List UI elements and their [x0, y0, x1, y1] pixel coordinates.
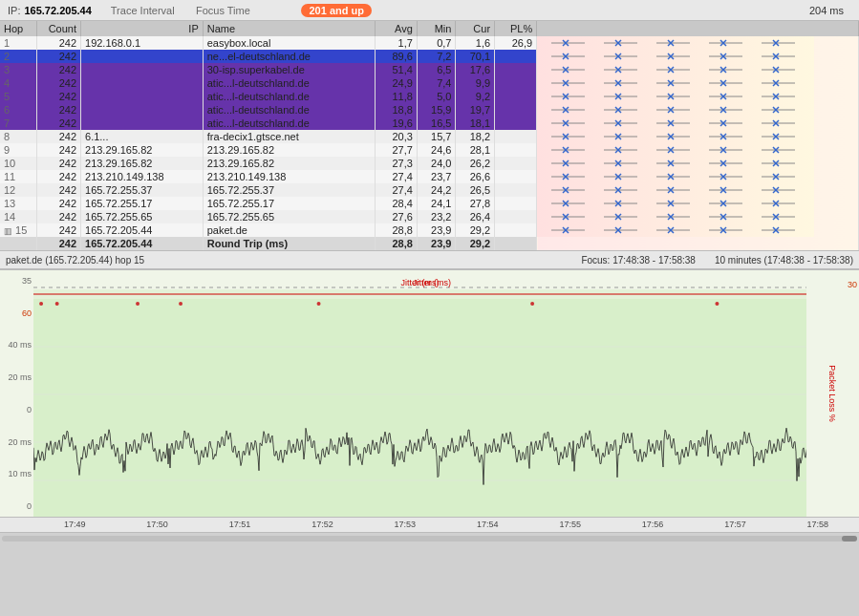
table-cell: 29,2 [456, 237, 495, 250]
y-axis: 35 60 40 ms 20 ms 0 20 ms 10 ms 0 [0, 270, 33, 517]
col-min: Min [417, 21, 456, 36]
table-cell: 6,5 [417, 63, 456, 76]
time-axis: 17:49 17:50 17:51 17:52 17:53 17:54 17:5… [0, 517, 859, 532]
table-row[interactable]: 4242atic...l-deutschland.de24,97,49,9 [0, 76, 859, 90]
table-cell: 242 [36, 223, 80, 237]
table-cell: 9 [0, 143, 36, 157]
graph-cell [537, 103, 859, 117]
y-label-35: 35 [22, 276, 32, 286]
table-cell: 1,7 [375, 36, 417, 50]
table-cell: 165.72.205.44 [81, 223, 204, 237]
table-cell: 24,2 [417, 183, 456, 197]
table-cell: paket.de [203, 223, 375, 237]
table-cell: 18,1 [456, 117, 495, 130]
time-1754: 17:54 [446, 520, 528, 532]
table-row[interactable]: 10242213.29.165.82213.29.165.8227,324,02… [0, 157, 859, 170]
time-1750: 17:50 [116, 520, 198, 532]
graph-cell [537, 157, 859, 170]
table-row[interactable]: 5242atic...l-deutschland.de11,85,09,2 [0, 90, 859, 103]
table-cell: 11,8 [375, 90, 417, 103]
table-cell: 242 [36, 143, 80, 157]
table-cell: 213.210.149.138 [81, 170, 204, 183]
graph-cell [537, 237, 859, 250]
table-cell: 27,3 [375, 157, 417, 170]
table-cell: 29,2 [456, 223, 495, 237]
table-cell [495, 223, 537, 237]
table-cell: 242 [36, 130, 80, 143]
table-row[interactable]: 324230-isp.superkabel.de51,46,517,6 [0, 63, 859, 76]
graph-cell [537, 130, 859, 143]
table-cell: 242 [36, 170, 80, 183]
table-cell: 7,2 [417, 50, 456, 63]
table-cell: 6.1... [81, 130, 204, 143]
jitter-label: Jitter (ms) [401, 278, 440, 287]
table-row[interactable]: ▥ 15242165.72.205.44paket.de28,823,929,2 [0, 223, 859, 237]
chart-right-axis: 30 Packet Loss % [806, 270, 859, 517]
time-1751: 17:51 [199, 520, 281, 532]
table-cell [495, 50, 537, 63]
y-label-20ms-b: 20 ms [8, 437, 32, 447]
table-cell: 27,8 [456, 197, 495, 210]
table-row[interactable]: 11242213.210.149.138213.210.149.13827,42… [0, 170, 859, 183]
table-cell: 10 [0, 157, 36, 170]
table-cell: 213.210.149.138 [203, 170, 375, 183]
table-row[interactable]: 242165.72.205.44Round Trip (ms)28,823,92… [0, 237, 859, 250]
table-cell: 4 [0, 76, 36, 90]
table-cell: fra-decix1.gtsce.net [203, 130, 375, 143]
table-row[interactable]: 2242ne...el-deutschland.de89,67,270,1 [0, 50, 859, 63]
table-cell [81, 117, 204, 130]
col-name: Name [203, 21, 375, 36]
table-cell: 27,4 [375, 183, 417, 197]
table-row[interactable]: 14242165.72.255.65165.72.255.6527,623,22… [0, 210, 859, 223]
graph-cell [537, 170, 859, 183]
table-cell: ▥ 15 [0, 223, 36, 237]
ip-value: 165.72.205.44 [24, 5, 91, 16]
table-row[interactable]: 13242165.72.255.17165.72.255.1728,424,12… [0, 197, 859, 210]
table-cell: 242 [36, 183, 80, 197]
time-1749: 17:49 [33, 520, 116, 532]
col-hop: Hop [0, 21, 36, 36]
scrollbar-thumb[interactable] [842, 536, 857, 542]
table-cell: 28,4 [375, 197, 417, 210]
table-cell [495, 237, 537, 250]
table-cell: 242 [36, 76, 80, 90]
y-label-0: 0 [27, 501, 32, 511]
badge[interactable]: 201 and up [301, 4, 371, 17]
table-cell: 213.29.165.82 [203, 143, 375, 157]
table-row[interactable]: 9242213.29.165.82213.29.165.8227,724,628… [0, 143, 859, 157]
y-label-10ms: 10 ms [8, 469, 32, 478]
time-1752: 17:52 [281, 520, 363, 532]
graph-cell [537, 183, 859, 197]
table-row[interactable]: 6242atic...l-deutschland.de18,815,919,7 [0, 103, 859, 117]
table-cell: 24,0 [417, 157, 456, 170]
table-cell: 242 [36, 237, 80, 250]
scrollbar[interactable] [0, 532, 859, 543]
time-1758: 17:58 [777, 520, 859, 532]
table-cell: 27,6 [375, 210, 417, 223]
table-cell: 3 [0, 63, 36, 76]
table-cell: 165.72.255.17 [203, 197, 375, 210]
table-row[interactable]: 12242165.72.255.37165.72.255.3727,424,22… [0, 183, 859, 197]
scrollbar-track[interactable] [2, 536, 857, 542]
table-cell [495, 63, 537, 76]
table-row[interactable]: 82426.1...fra-decix1.gtsce.net20,315,718… [0, 130, 859, 143]
table-cell [495, 90, 537, 103]
graph-cell [537, 36, 859, 50]
y-label-20ms: 20 ms [8, 372, 32, 382]
table-cell [495, 197, 537, 210]
table-row[interactable]: 1242192.168.0.1easybox.local1,70,71,626,… [0, 36, 859, 50]
table-cell: 26,6 [456, 170, 495, 183]
table-cell: 8 [0, 130, 36, 143]
table-row[interactable]: 7242atic...l-deutschland.de19,616,518,1 [0, 117, 859, 130]
table-cell: 5,0 [417, 90, 456, 103]
table-cell: 23,2 [417, 210, 456, 223]
table-cell: 242 [36, 117, 80, 130]
focus-right-info: 10 minutes (17:48:38 - 17:58:38) [715, 255, 853, 266]
table-cell: 192.168.0.1 [81, 36, 204, 50]
graph-cell [537, 210, 859, 223]
graph-cell [537, 76, 859, 90]
table-cell: 165.72.255.37 [81, 183, 204, 197]
focus-time-display: Focus: 17:48:38 - 17:58:38 [581, 255, 696, 266]
table-cell [495, 143, 537, 157]
chart-main: Jitter (ms) [33, 270, 806, 517]
